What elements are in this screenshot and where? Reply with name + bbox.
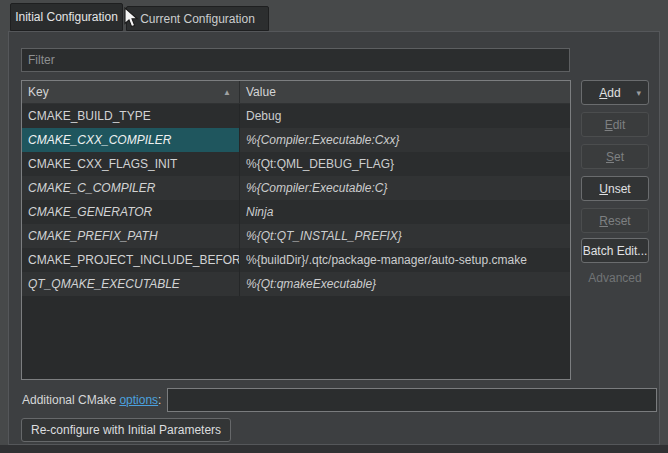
value-cell[interactable]: %{Compiler:Executable:Cxx} xyxy=(240,128,570,152)
configuration-table: Key ▲ Value CMAKE_BUILD_TYPE Debug CMAKE… xyxy=(21,80,571,380)
additional-cmake-options-input[interactable] xyxy=(167,388,657,412)
batch-edit-button[interactable]: Batch Edit... xyxy=(581,238,649,263)
value-cell[interactable]: Debug xyxy=(240,104,570,128)
button-label: Unset xyxy=(599,182,630,196)
key-cell[interactable]: CMAKE_PREFIX_PATH xyxy=(22,224,240,248)
button-label: Add xyxy=(599,86,620,100)
value-cell[interactable]: %{Qt:QT_INSTALL_PREFIX} xyxy=(240,224,570,248)
value-cell[interactable]: %{Qt:QML_DEBUG_FLAG} xyxy=(240,152,570,176)
reconfigure-button[interactable]: Re-configure with Initial Parameters xyxy=(21,418,231,442)
edit-button: Edit xyxy=(581,112,649,137)
unset-button[interactable]: Unset xyxy=(581,176,649,201)
reset-button: Reset xyxy=(581,208,649,233)
table-row[interactable]: CMAKE_CXX_FLAGS_INIT %{Qt:QML_DEBUG_FLAG… xyxy=(22,152,570,176)
tab-label: Initial Configuration xyxy=(15,10,118,24)
key-cell[interactable]: CMAKE_GENERATOR xyxy=(22,200,240,224)
advanced-checkbox: Advanced xyxy=(575,271,655,285)
key-cell[interactable]: QT_QMAKE_EXECUTABLE xyxy=(22,272,240,296)
column-header-label: Value xyxy=(246,85,276,99)
key-cell[interactable]: CMAKE_CXX_COMPILER xyxy=(22,128,240,152)
table-row[interactable]: CMAKE_PREFIX_PATH %{Qt:QT_INSTALL_PREFIX… xyxy=(22,224,570,248)
table-body: CMAKE_BUILD_TYPE Debug CMAKE_CXX_COMPILE… xyxy=(22,104,570,296)
key-cell[interactable]: CMAKE_BUILD_TYPE xyxy=(22,104,240,128)
table-row[interactable]: CMAKE_C_COMPILER %{Compiler:Executable:C… xyxy=(22,176,570,200)
set-button: Set xyxy=(581,144,649,169)
cmake-configuration-panel: Initial Configuration Current Configurat… xyxy=(0,0,668,453)
value-cell[interactable]: %{Qt:qmakeExecutable} xyxy=(240,272,570,296)
sort-ascending-icon: ▲ xyxy=(223,88,231,97)
column-header-label: Key xyxy=(28,85,49,99)
key-cell[interactable]: CMAKE_PROJECT_INCLUDE_BEFORE xyxy=(22,248,240,272)
tab-label: Current Configuration xyxy=(140,12,255,26)
table-row[interactable]: QT_QMAKE_EXECUTABLE %{Qt:qmakeExecutable… xyxy=(22,272,570,296)
column-header-value[interactable]: Value xyxy=(240,81,570,103)
table-row[interactable]: CMAKE_CXX_COMPILER %{Compiler:Executable… xyxy=(22,128,570,152)
value-cell[interactable]: %{buildDir}/.qtc/package-manager/auto-se… xyxy=(240,248,570,272)
button-label: Re-configure with Initial Parameters xyxy=(31,423,221,437)
table-row[interactable]: CMAKE_BUILD_TYPE Debug xyxy=(22,104,570,128)
table-header: Key ▲ Value xyxy=(22,81,570,104)
table-row[interactable]: CMAKE_GENERATOR Ninja xyxy=(22,200,570,224)
key-cell[interactable]: CMAKE_C_COMPILER xyxy=(22,176,240,200)
additional-cmake-options-label: Additional CMake options: xyxy=(22,393,161,407)
dropdown-arrow-icon[interactable]: ▾ xyxy=(636,88,641,98)
add-button[interactable]: Add▾ xyxy=(581,80,649,105)
button-label: Set xyxy=(606,150,624,164)
initial-configuration-pane: Key ▲ Value CMAKE_BUILD_TYPE Debug CMAKE… xyxy=(8,31,660,445)
label-text: : xyxy=(158,393,161,407)
value-cell[interactable]: Ninja xyxy=(240,200,570,224)
bottom-strip xyxy=(0,445,668,453)
column-header-key[interactable]: Key ▲ xyxy=(22,81,240,103)
button-label: Reset xyxy=(599,214,630,228)
key-cell[interactable]: CMAKE_CXX_FLAGS_INIT xyxy=(22,152,240,176)
button-label: Batch Edit... xyxy=(583,244,648,258)
tab-current-configuration[interactable]: Current Configuration xyxy=(126,6,269,31)
button-label: Edit xyxy=(605,118,626,132)
label-text: Additional CMake xyxy=(22,393,119,407)
table-row[interactable]: CMAKE_PROJECT_INCLUDE_BEFORE %{buildDir}… xyxy=(22,248,570,272)
filter-input[interactable] xyxy=(21,48,570,72)
options-link[interactable]: options xyxy=(119,393,158,407)
value-cell[interactable]: %{Compiler:Executable:C} xyxy=(240,176,570,200)
tab-initial-configuration[interactable]: Initial Configuration xyxy=(10,3,123,31)
